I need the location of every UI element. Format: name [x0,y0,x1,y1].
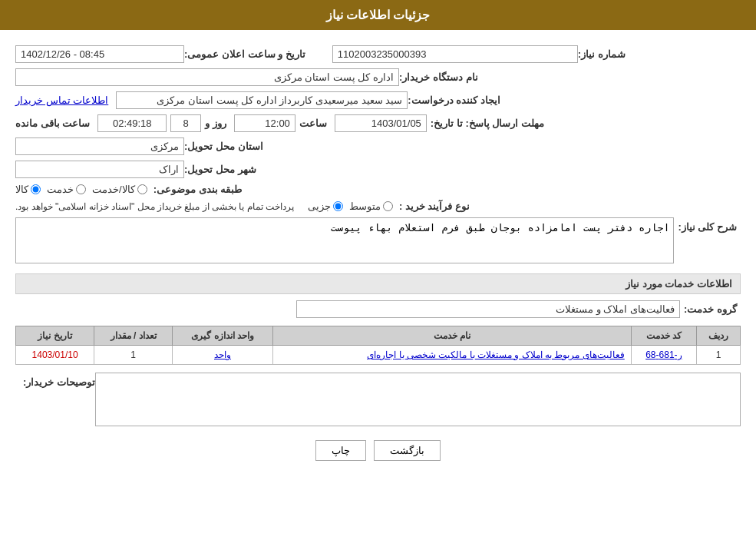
need-number-value: 1102003235000393 [332,45,578,63]
city-value: اراک [15,161,184,178]
category-label: طبقه بندی موضوعی: [154,184,243,195]
province-label: استان محل تحویل: [184,141,263,152]
need-description-label: شرح کلی نیاز: [678,217,737,233]
col-header-qty: تعداد / مقدار [94,326,173,346]
deadline-date: 1403/01/05 [335,114,427,132]
purchase-type-mottavasset-radio[interactable] [383,201,393,211]
category-kala-label: کالا [15,184,28,195]
print-button[interactable]: چاپ [315,440,366,461]
buyer-org-label: نام دستگاه خریدار: [399,71,478,83]
services-section-title: اطلاعات خدمات مورد نیاز [15,273,741,294]
col-header-unit: واحد اندازه گیری [173,326,273,346]
creator-label: ایجاد کننده درخواست: [408,94,500,106]
purchase-type-mottavasset-label: متوسط [349,200,381,212]
table-row: 1 ر-681-68 فعالیت‌های مربوط به املاک و م… [16,346,741,365]
announce-value: 1402/12/26 - 08:45 [15,45,184,63]
need-number-label: شماره نیاز: [578,48,626,60]
col-header-code: کد خدمت [631,326,696,346]
deadline-label: مهلت ارسال پاسخ: تا تاریخ: [431,118,544,129]
category-kala-khadamat-radio[interactable] [137,184,147,194]
category-kala-radio[interactable] [31,184,41,194]
page-title: جزئیات اطلاعات نیاز [0,0,756,30]
deadline-time: 12:00 [234,114,295,132]
back-button[interactable]: بازگشت [374,440,441,461]
services-table: ردیف کد خدمت نام خدمت واحد اندازه گیری ت… [15,326,741,365]
buyer-org-value: اداره کل پست استان مرکزی [15,68,399,86]
creator-value: سید سعید میرسعیدی کاربرداز اداره کل پست … [116,91,408,109]
cell-name: فعالیت‌های مربوط به املاک و مستغلات با م… [272,346,631,365]
announce-label: تاریخ و ساعت اعلان عمومی: [184,48,305,60]
cell-qty: 1 [94,346,173,365]
col-header-row: ردیف [697,326,741,346]
buyer-notes-label: توصیحات خریدار: [15,373,95,388]
buyer-notes-section: توصیحات خریدار: [15,373,741,429]
col-header-date: تاریخ نیاز [16,326,94,346]
category-khadamat-radio[interactable] [76,184,86,194]
cell-code: ر-681-68 [631,346,696,365]
deadline-time-label: ساعت [299,118,327,129]
category-khadamat-label: خدمت [47,184,74,195]
col-header-name: نام خدمت [272,326,631,346]
purchase-note: پرداخت تمام یا بخشی از مبلغ خریداز محل "… [15,201,294,212]
cell-unit: واحد [173,346,273,365]
cell-date: 1403/01/10 [16,346,94,365]
deadline-days: 8 [170,114,201,132]
city-label: شهر محل تحویل: [184,164,256,175]
purchase-type-jozii-radio[interactable] [333,201,343,211]
buyer-notes-textarea[interactable] [95,373,741,426]
province-value: مرکزی [15,137,184,155]
category-kala-khadamat-label: کالا/خدمت [92,184,135,195]
deadline-remaining-label: ساعت باقی مانده [15,118,90,129]
purchase-type-label: نوع فرآیند خرید : [399,200,470,212]
action-buttons: بازگشت چاپ [15,440,741,461]
group-service-value: فعالیت‌های املاک و مستغلات [296,300,680,318]
deadline-remaining: 02:49:18 [97,114,167,132]
need-description-textarea[interactable] [15,217,674,263]
group-service-label: گروه خدمت: [684,303,737,315]
purchase-type-jozii-label: جزیی [308,200,331,212]
cell-row: 1 [697,346,741,365]
creator-link[interactable]: اطلاعات تماس خریدار [15,94,108,106]
deadline-days-label: روز و [205,118,226,129]
